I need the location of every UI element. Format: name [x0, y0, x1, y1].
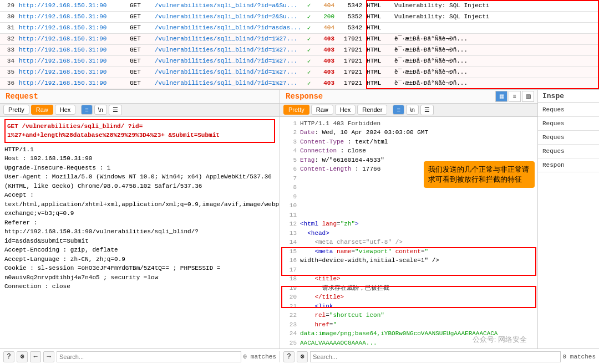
- request-cookie: Cookie : sl-session =oHO3eJF4FmYdGTBm/5Z…: [4, 264, 275, 282]
- request-payload: 1%27+and+length%28database%28%29%29%3D4%…: [7, 132, 220, 139]
- inspector-item-2[interactable]: Reques: [538, 131, 599, 145]
- request-tab-raw[interactable]: Raw: [31, 105, 53, 115]
- response-line: 2Date: Wed, 10 Apr 2024 03:03:00 GMT: [285, 128, 533, 137]
- table-row-check: ✓: [303, 33, 314, 44]
- request-method-path: GET /vulnerabilities/sqli_blind/ ?id=: [7, 123, 143, 130]
- bottom-left: ? ⚙ ← → 0 matches: [0, 351, 280, 362]
- table-row-path[interactable]: /vulnerabilities/sqli_blind/?id=1%27...: [153, 33, 303, 44]
- table-row-size: 17921: [337, 55, 364, 66]
- inspector-item-4[interactable]: Respon: [538, 158, 599, 172]
- request-tab-hex[interactable]: Hex: [55, 105, 76, 115]
- table-row-method: GET: [128, 44, 153, 55]
- table-row-url[interactable]: http://192.168.150.31:90: [17, 55, 128, 66]
- inspector-title: Inspe: [538, 90, 599, 103]
- table-row-comment: Vulnerability: SQL Injecti: [392, 0, 599, 11]
- bottom-left-settings-icon[interactable]: ⚙: [17, 351, 28, 362]
- table-row-num: 34: [0, 55, 17, 66]
- table-row-path[interactable]: /vulnerabilities/sqli_blind/?id=1%27...: [153, 66, 303, 78]
- bottom-left-back-icon[interactable]: ←: [30, 351, 41, 362]
- table-row-check: ✓: [303, 66, 314, 78]
- request-tab-pretty[interactable]: Pretty: [3, 105, 29, 115]
- view-btn-split[interactable]: ▥: [522, 91, 534, 102]
- bottom-left-forward-icon[interactable]: →: [43, 351, 54, 362]
- table-row-status: 404: [314, 22, 337, 33]
- table-row-size: 17921: [337, 78, 364, 89]
- table-row-path[interactable]: /vulnerabilities/sqli_blind/?id=1%27...: [153, 78, 303, 89]
- table-row-method: GET: [128, 33, 153, 44]
- table-row-path[interactable]: /vulnerabilities/sqli_blind/?id=1%27...: [153, 55, 303, 66]
- request-connection: Connection : close: [4, 282, 275, 291]
- table-row-url[interactable]: http://192.168.150.31:90: [17, 33, 128, 44]
- request-content: GET /vulnerabilities/sqli_blind/ ?id= 1%…: [0, 117, 280, 349]
- table-row-comment: è¯·æ±Ðå·Ðâ°Ñãè¬Ðñ...: [392, 66, 599, 78]
- request-useragent: User-Agent : Mozilla/5.0 (Windows NT 10.…: [4, 172, 275, 191]
- table-row-path[interactable]: /vulnerabilities/sqli_blind/?id=a&Su...: [153, 0, 303, 11]
- table-row-path[interactable]: /vulnerabilities/sqli_blind/?id=asdas...: [153, 22, 303, 33]
- table-row-size: 5342: [337, 22, 364, 33]
- table-row-method: GET: [128, 55, 153, 66]
- response-line: 16width=device-width,initial-scale=1" />: [285, 256, 533, 265]
- inspector-item-0[interactable]: Reques: [538, 103, 599, 117]
- response-line: 10: [285, 201, 533, 211]
- table-row-num: 33: [0, 44, 17, 55]
- request-search-input[interactable]: [57, 351, 241, 362]
- response-line: 21 <link: [285, 302, 533, 311]
- table-row-num: 35: [0, 66, 17, 78]
- inspector-item-3[interactable]: Reques: [538, 145, 599, 158]
- table-row-url[interactable]: http://192.168.150.31:90: [17, 22, 128, 33]
- table-row-path[interactable]: /vulnerabilities/sqli_blind/?id=1%27...: [153, 44, 303, 55]
- table-row-url[interactable]: http://192.168.150.31:90: [17, 11, 128, 22]
- response-btn-stream[interactable]: ≡: [393, 105, 404, 115]
- table-row-comment: è¯·æ±Ðå·Ðâ°Ñãè¬Ðñ...: [392, 44, 599, 55]
- table-row-comment: è¯·æ±Ðå·Ðâ°Ñãè¬Ðñ...: [392, 33, 599, 44]
- request-matches: 0 matches: [243, 353, 276, 360]
- view-btn-list[interactable]: ≡: [509, 91, 521, 102]
- response-panel: Response ▦ ≡ ▥ Pretty Raw Hex Render ≡ \…: [280, 90, 538, 349]
- bottom-left-help-icon[interactable]: ?: [3, 351, 14, 362]
- table-row-size: 17921: [337, 44, 364, 55]
- bottom-right-help-icon[interactable]: ?: [283, 351, 295, 362]
- response-btn-newline[interactable]: \n: [406, 105, 419, 115]
- response-line: 11: [285, 211, 533, 220]
- response-line: 24data:image/png;base64,iYBORw0NGcoVAANS…: [285, 329, 533, 339]
- table-row-url[interactable]: http://192.168.150.31:90: [17, 44, 128, 55]
- request-btn-menu[interactable]: ☰: [109, 105, 122, 115]
- response-line: 14 <meta charset="utf-8" />: [285, 238, 533, 247]
- response-btn-menu[interactable]: ☰: [420, 105, 434, 115]
- table-row-url[interactable]: http://192.168.150.31:90: [17, 0, 128, 11]
- table-row-status: 403: [314, 55, 337, 66]
- response-tab-pretty[interactable]: Pretty: [283, 105, 309, 115]
- table-row-url[interactable]: http://192.168.150.31:90: [17, 78, 128, 89]
- table-row-status: 404: [314, 0, 337, 11]
- table-row-url[interactable]: http://192.168.150.31:90: [17, 66, 128, 78]
- response-line: 1HTTP/1.1 403 Forbidden: [285, 119, 533, 129]
- response-tab-hex[interactable]: Hex: [335, 105, 356, 115]
- view-buttons: ▦ ≡ ▥: [495, 91, 534, 102]
- request-accept-label: Accept :: [4, 191, 275, 200]
- response-matches: 0 matches: [563, 353, 596, 360]
- request-accept-encoding: Accept-Encoding : gzip, deflate: [4, 245, 275, 255]
- bottom-bar: ? ⚙ ← → 0 matches ? ⚙ 0 matches: [0, 348, 599, 364]
- middle-section: Request Pretty Raw Hex ≡ \n ☰ GET /vulne…: [0, 89, 599, 349]
- response-tab-render[interactable]: Render: [357, 105, 387, 115]
- request-host: Host : 192.168.150.31:90: [4, 154, 275, 163]
- request-btn-stream[interactable]: ≡: [81, 105, 92, 115]
- bottom-right-settings-icon[interactable]: ⚙: [297, 351, 308, 362]
- table-row-comment: [392, 22, 599, 33]
- response-line: 22 rel="shortcut icon": [285, 311, 533, 320]
- response-line: 23 href=": [285, 320, 533, 330]
- request-table-section: 29 http://192.168.150.31:90 GET /vulnera…: [0, 0, 599, 89]
- response-search-input[interactable]: [310, 351, 561, 362]
- table-row-num: 36: [0, 78, 17, 89]
- table-row-size: 5342: [337, 0, 364, 11]
- response-content: 我们发送的几个正常与非正常请求可看到被放行和拦截的特征 1HTTP/1.1 40…: [280, 117, 537, 349]
- table-row-num: 29: [0, 0, 17, 11]
- request-upgrade: Upgrade-Insecure-Requests : 1: [4, 163, 275, 173]
- table-row-status: 403: [314, 44, 337, 55]
- request-btn-newline[interactable]: \n: [94, 105, 107, 115]
- response-tab-raw[interactable]: Raw: [311, 105, 333, 115]
- inspector-item-1[interactable]: Reques: [538, 117, 599, 131]
- annotation-box: 我们发送的几个正常与非正常请求可看到被放行和拦截的特征: [424, 161, 535, 188]
- view-btn-grid[interactable]: ▦: [495, 91, 507, 102]
- table-row-path[interactable]: /vulnerabilities/sqli_blind/?id=2&Su...: [153, 11, 303, 22]
